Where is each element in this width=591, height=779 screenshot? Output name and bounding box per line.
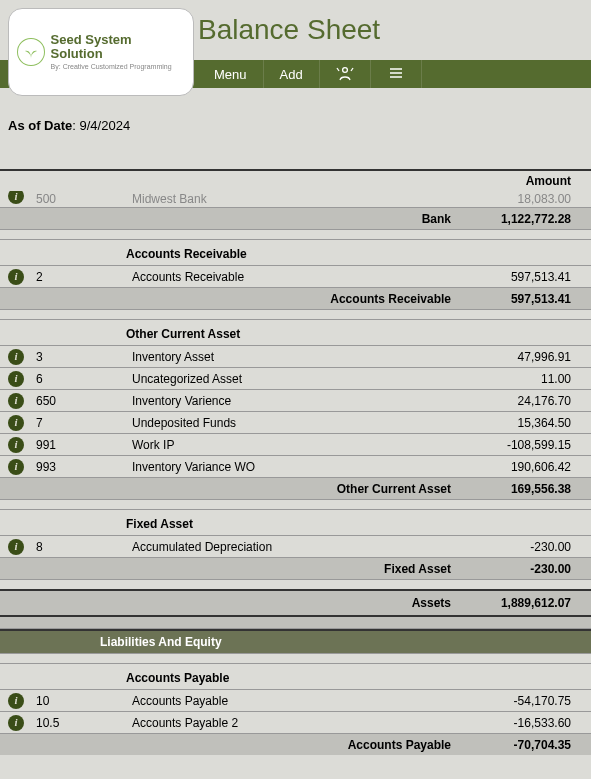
- table-row: i3Inventory Asset47,996.91: [0, 345, 591, 367]
- section-header-oca: Other Current Asset: [0, 319, 591, 345]
- account-desc: Undeposited Funds: [124, 416, 461, 430]
- table-row: i 500 Midwest Bank 18,083.00: [0, 191, 591, 207]
- assets-total-label: Assets: [124, 596, 461, 610]
- subtotal-row: Fixed Asset -230.00: [0, 557, 591, 579]
- brand-main: Seed System Solution: [51, 33, 185, 62]
- account-desc: Midwest Bank: [124, 192, 461, 206]
- section-header-label: Accounts Payable: [0, 671, 229, 685]
- table-row: i991Work IP-108,599.15: [0, 433, 591, 455]
- info-icon[interactable]: i: [8, 269, 24, 285]
- account-code: 8: [32, 540, 124, 554]
- subtotal-row: Bank 1,122,772.28: [0, 207, 591, 229]
- account-amount: -108,599.15: [461, 438, 591, 452]
- asof-value: 9/4/2024: [80, 118, 131, 133]
- account-desc: Accounts Payable 2: [124, 716, 461, 730]
- table-row: i993Inventory Variance WO190,606.42: [0, 455, 591, 477]
- info-icon[interactable]: i: [8, 349, 24, 365]
- person-icon-button[interactable]: [320, 60, 371, 88]
- account-amount: 190,606.42: [461, 460, 591, 474]
- section-header-label: Other Current Asset: [0, 327, 240, 341]
- account-code: 650: [32, 394, 124, 408]
- table-row: i650Inventory Varience24,176.70: [0, 389, 591, 411]
- info-icon[interactable]: i: [8, 715, 24, 731]
- account-code: 10.5: [32, 716, 124, 730]
- table-row: i8Accumulated Depreciation-230.00: [0, 535, 591, 557]
- info-icon[interactable]: i: [8, 371, 24, 387]
- account-code: 500: [32, 192, 124, 206]
- logo-card: Seed System Solution By: Creative Custom…: [8, 8, 194, 96]
- info-icon[interactable]: i: [8, 459, 24, 475]
- account-desc: Inventory Variance WO: [124, 460, 461, 474]
- account-code: 991: [32, 438, 124, 452]
- add-button-label: Add: [280, 67, 303, 82]
- subtotal-amount: -70,704.35: [461, 738, 591, 752]
- section-header-ar: Accounts Receivable: [0, 239, 591, 265]
- subtotal-label: Other Current Asset: [124, 482, 461, 496]
- info-icon[interactable]: i: [8, 415, 24, 431]
- gap: [0, 499, 591, 509]
- account-amount: 47,996.91: [461, 350, 591, 364]
- subtotal-row: Accounts Payable -70,704.35: [0, 733, 591, 755]
- gap: [0, 615, 591, 629]
- account-desc: Uncategorized Asset: [124, 372, 461, 386]
- account-desc: Accounts Receivable: [124, 270, 461, 284]
- brand-sub: By: Creative Customized Programming: [51, 63, 185, 71]
- subtotal-label: Bank: [124, 212, 461, 226]
- svg-point-0: [342, 68, 347, 73]
- account-code: 993: [32, 460, 124, 474]
- account-code: 6: [32, 372, 124, 386]
- account-desc: Inventory Varience: [124, 394, 461, 408]
- assets-total-row: Assets 1,889,612.07: [0, 589, 591, 615]
- subtotal-row: Other Current Asset 169,556.38: [0, 477, 591, 499]
- list-icon: [387, 65, 405, 83]
- account-amount: 18,083.00: [461, 192, 591, 206]
- account-amount: 597,513.41: [461, 270, 591, 284]
- subtotal-amount: 597,513.41: [461, 292, 591, 306]
- info-icon[interactable]: i: [8, 191, 24, 204]
- account-amount: 24,176.70: [461, 394, 591, 408]
- amount-header: Amount: [0, 171, 591, 191]
- account-desc: Inventory Asset: [124, 350, 461, 364]
- table-row: i10Accounts Payable-54,170.75: [0, 689, 591, 711]
- subtotal-amount: -230.00: [461, 562, 591, 576]
- section-header-label: Fixed Asset: [0, 517, 193, 531]
- section-header-fa: Fixed Asset: [0, 509, 591, 535]
- account-desc: Accumulated Depreciation: [124, 540, 461, 554]
- page-title: Balance Sheet: [198, 14, 380, 46]
- subtotal-amount: 1,122,772.28: [461, 212, 591, 226]
- info-icon[interactable]: i: [8, 437, 24, 453]
- asof-label: As of Date: [8, 118, 72, 133]
- svg-line-2: [351, 68, 353, 71]
- account-amount: -230.00: [461, 540, 591, 554]
- section-header-label: Liabilities And Equity: [0, 635, 222, 649]
- subtotal-amount: 169,556.38: [461, 482, 591, 496]
- menu-button-label: Menu: [214, 67, 247, 82]
- info-icon[interactable]: i: [8, 693, 24, 709]
- gap: [0, 309, 591, 319]
- subtotal-label: Fixed Asset: [124, 562, 461, 576]
- add-button[interactable]: Add: [264, 60, 320, 88]
- svg-line-1: [337, 68, 339, 71]
- account-amount: 11.00: [461, 372, 591, 386]
- menu-button[interactable]: Menu: [198, 60, 264, 88]
- account-amount: -54,170.75: [461, 694, 591, 708]
- account-code: 10: [32, 694, 124, 708]
- info-icon[interactable]: i: [8, 393, 24, 409]
- account-code: 7: [32, 416, 124, 430]
- leaf-icon: [17, 38, 45, 66]
- person-icon: [336, 65, 354, 83]
- account-desc: Accounts Payable: [124, 694, 461, 708]
- table-row: i7Undeposited Funds15,364.50: [0, 411, 591, 433]
- section-header-liab: Liabilities And Equity: [0, 629, 591, 653]
- section-header-label: Accounts Receivable: [0, 247, 247, 261]
- gap: [0, 579, 591, 589]
- info-icon[interactable]: i: [8, 539, 24, 555]
- list-icon-button[interactable]: [371, 60, 422, 88]
- account-amount: 15,364.50: [461, 416, 591, 430]
- assets-total-amount: 1,889,612.07: [461, 596, 591, 610]
- table-row: i10.5Accounts Payable 2-16,533.60: [0, 711, 591, 733]
- report-area: Amount i 500 Midwest Bank 18,083.00 Bank…: [0, 169, 591, 755]
- table-row: i6Uncategorized Asset11.00: [0, 367, 591, 389]
- subtotal-row: Accounts Receivable 597,513.41: [0, 287, 591, 309]
- gap: [0, 229, 591, 239]
